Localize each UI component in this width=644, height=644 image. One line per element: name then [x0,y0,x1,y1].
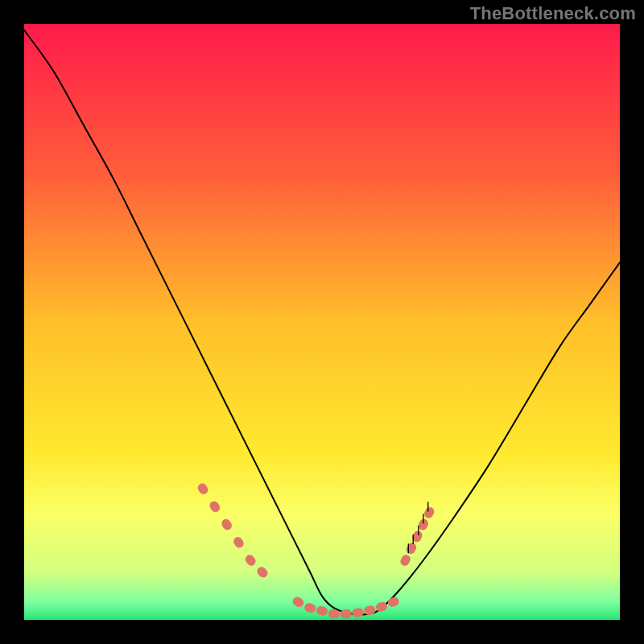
highlight-marker [340,609,352,619]
watermark-text: TheBottleneck.com [470,3,636,24]
plot-area [24,24,620,620]
chart-background [24,24,620,620]
chart-svg [24,24,620,620]
chart-frame: TheBottleneck.com [0,0,644,644]
